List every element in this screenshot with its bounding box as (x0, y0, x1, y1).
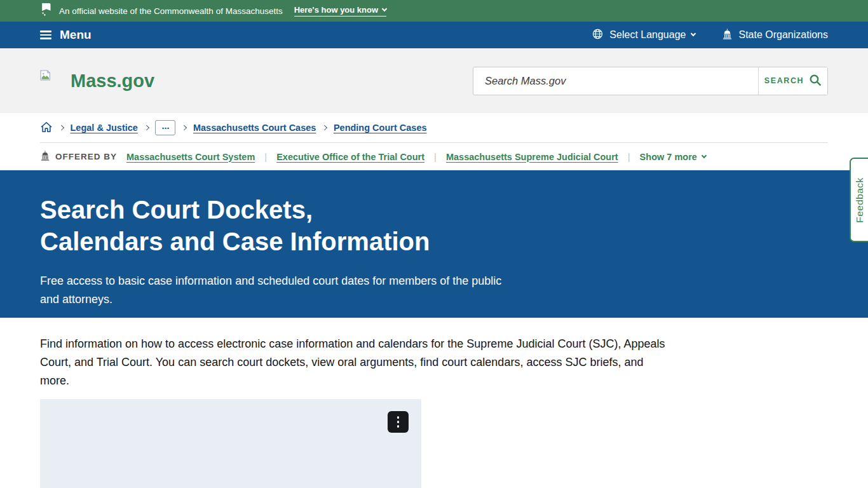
chevron-right-icon (322, 125, 327, 130)
show-more-label: Show 7 more (640, 152, 697, 162)
kebab-dot (397, 425, 400, 428)
heres-how-you-know-button[interactable]: Here's how you know (294, 5, 386, 17)
divider: | (628, 151, 630, 162)
official-banner-text: An official website of the Commonwealth … (59, 6, 283, 16)
page-title: Search Court Dockets, Calendars and Case… (40, 194, 828, 257)
kebab-menu-button[interactable] (388, 411, 409, 433)
org-link-ma-court-system[interactable]: Massachusetts Court System (126, 152, 255, 162)
massgov-logo-text: Mass.gov (71, 71, 154, 92)
show-more-button[interactable]: Show 7 more (640, 152, 706, 162)
breadcrumb-link-pending-court-cases[interactable]: Pending Court Cases (334, 123, 427, 133)
top-navbar: Menu Select Language (0, 22, 868, 48)
chevron-right-icon (144, 125, 149, 130)
breadcrumb-ellipsis-button[interactable]: ... (155, 120, 175, 135)
offered-by-label: OFFERED BY (55, 152, 117, 161)
state-organizations-label: State Organizations (738, 29, 828, 41)
kebab-dot (397, 416, 400, 419)
globe-icon (592, 28, 604, 43)
menu-button[interactable]: Menu (60, 28, 92, 42)
divider: | (264, 151, 267, 162)
offered-by-row: OFFERED BY Massachusetts Court System | … (40, 143, 828, 170)
search-button[interactable]: SEARCH (758, 67, 827, 95)
home-icon[interactable] (40, 121, 53, 135)
page-hero: Search Court Dockets, Calendars and Case… (0, 170, 868, 318)
feedback-tab-label: Feedback (854, 177, 865, 222)
page-title-line-1: Search Court Dockets, (40, 194, 828, 226)
select-language-label: Select Language (609, 29, 686, 41)
ma-flag-icon (40, 2, 53, 20)
org-link-exec-office-trial-court[interactable]: Executive Office of the Trial Court (276, 152, 424, 162)
state-house-icon (40, 151, 50, 163)
search-icon (809, 74, 822, 88)
state-house-icon (722, 29, 733, 42)
chevron-right-icon (59, 125, 64, 130)
breadcrumb-link-ma-court-cases[interactable]: Massachusetts Court Cases (193, 123, 316, 133)
chevron-down-icon (691, 31, 696, 36)
kebab-dot (397, 421, 400, 423)
official-banner: An official website of the Commonwealth … (0, 0, 868, 22)
hamburger-menu-icon[interactable] (40, 30, 51, 39)
breadcrumb: Legal & Justice ... Massachusetts Court … (40, 113, 828, 142)
chevron-right-icon (182, 125, 187, 130)
search-input[interactable] (473, 67, 758, 95)
state-organizations-button[interactable]: State Organizations (722, 29, 828, 42)
breadcrumb-section: Legal & Justice ... Massachusetts Court … (0, 113, 868, 170)
site-search: SEARCH (473, 67, 828, 95)
page-subtitle: Free access to basic case information an… (40, 272, 510, 309)
breadcrumb-link-legal-justice[interactable]: Legal & Justice (71, 123, 138, 133)
search-button-label: SEARCH (764, 76, 804, 85)
intro-paragraph: Find information on how to access electr… (40, 335, 666, 390)
massgov-logo-link[interactable]: Mass.gov (40, 71, 154, 92)
heres-how-you-know-label: Here's how you know (294, 5, 378, 15)
chevron-down-icon (382, 6, 387, 11)
org-link-ma-supreme-judicial-court[interactable]: Massachusetts Supreme Judicial Court (446, 152, 618, 162)
content-card (40, 399, 421, 488)
divider: | (434, 151, 437, 162)
main-content: Find information on how to access electr… (0, 318, 868, 488)
chevron-down-icon (702, 152, 707, 158)
broken-image-icon (40, 70, 51, 83)
feedback-tab-button[interactable]: Feedback (850, 158, 868, 242)
site-header: Mass.gov SEARCH (0, 48, 868, 113)
page-title-line-2: Calendars and Case Information (40, 226, 828, 257)
offered-by-label-group: OFFERED BY (40, 151, 117, 163)
select-language-button[interactable]: Select Language (592, 28, 695, 43)
